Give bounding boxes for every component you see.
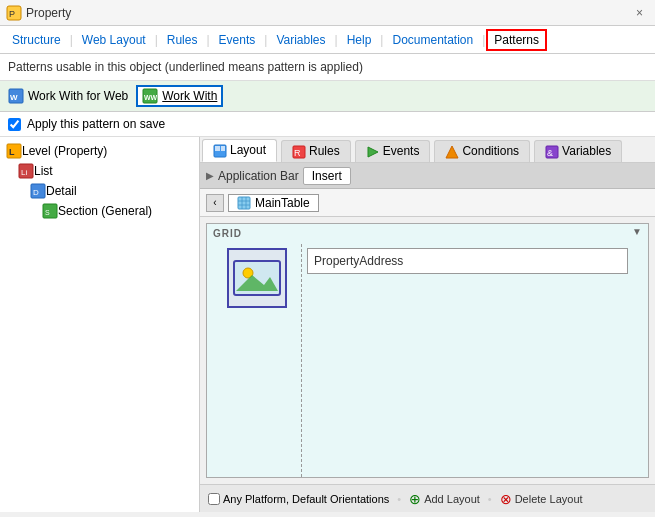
toolbar: ▶ Application Bar Insert xyxy=(200,163,655,189)
conditions-icon xyxy=(445,145,459,159)
list-icon: Li xyxy=(18,163,34,179)
subtab-variables[interactable]: & Variables xyxy=(534,140,622,162)
work-with-item[interactable]: WW Work With xyxy=(136,85,223,107)
svg-text:L: L xyxy=(9,147,15,157)
menu-tabs: Structure | Web Layout | Rules | Events … xyxy=(0,26,655,54)
tab-documentation[interactable]: Documentation xyxy=(384,29,481,51)
events-icon xyxy=(366,145,380,159)
property-icon: P xyxy=(6,5,22,21)
close-button[interactable]: × xyxy=(630,4,649,22)
svg-text:P: P xyxy=(9,9,15,19)
tree-item-level[interactable]: L Level (Property) xyxy=(0,141,199,161)
patterns-description: Patterns usable in this object (underlin… xyxy=(8,60,363,74)
bottom-bar: Any Platform, Default Orientations • ⊕ A… xyxy=(200,484,655,512)
tree-label-section: Section (General) xyxy=(58,204,152,218)
grid-column-divider xyxy=(301,244,302,477)
tab-web-layout[interactable]: Web Layout xyxy=(74,29,154,51)
work-for-web-item[interactable]: W Work With for Web xyxy=(8,88,128,104)
grid-dropdown-icon[interactable]: ▼ xyxy=(632,226,642,237)
toolbar-label: Application Bar xyxy=(218,169,299,183)
level-icon: L xyxy=(6,143,22,159)
svg-text:D: D xyxy=(33,188,39,197)
tab-patterns[interactable]: Patterns xyxy=(486,29,547,51)
checkbox-row: Apply this pattern on save xyxy=(0,112,655,137)
left-panel: L Level (Property) Li List D Detail S xyxy=(0,137,200,512)
grid-label: GRID xyxy=(213,228,242,239)
section-icon: S xyxy=(42,203,58,219)
property-address-field[interactable]: PropertyAddress xyxy=(307,248,628,274)
detail-icon: D xyxy=(30,183,46,199)
delete-layout-label: Delete Layout xyxy=(515,493,583,505)
image-placeholder xyxy=(227,248,287,308)
tab-structure[interactable]: Structure xyxy=(4,29,69,51)
apply-pattern-label: Apply this pattern on save xyxy=(27,117,165,131)
work-for-web-icon: W xyxy=(8,88,24,104)
add-layout-button[interactable]: ⊕ Add Layout xyxy=(409,491,480,507)
tree-label-level: Level (Property) xyxy=(22,144,107,158)
apply-pattern-checkbox[interactable] xyxy=(8,118,21,131)
delete-layout-icon: ⊗ xyxy=(500,491,512,507)
tree-item-section[interactable]: S Section (General) xyxy=(36,201,199,221)
platform-checkbox[interactable]: Any Platform, Default Orientations xyxy=(208,493,389,505)
tab-rules[interactable]: Rules xyxy=(159,29,206,51)
subtab-rules[interactable]: R Rules xyxy=(281,140,351,162)
insert-button[interactable]: Insert xyxy=(303,167,351,185)
main-table-tag[interactable]: MainTable xyxy=(228,194,319,212)
property-address-value: PropertyAddress xyxy=(314,254,403,268)
nav-back-button[interactable]: ‹ xyxy=(206,194,224,212)
pattern-row: W Work With for Web WW Work With xyxy=(0,81,655,112)
svg-marker-19 xyxy=(368,147,378,157)
tree-item-list[interactable]: Li List xyxy=(12,161,199,181)
svg-text:&: & xyxy=(547,148,553,158)
tab-help[interactable]: Help xyxy=(339,29,380,51)
rules-icon: R xyxy=(292,145,306,159)
tree-label-list: List xyxy=(34,164,53,178)
svg-rect-23 xyxy=(238,197,250,209)
main-table-label: MainTable xyxy=(255,196,310,210)
variables-icon: & xyxy=(545,145,559,159)
work-for-web-label: Work With for Web xyxy=(28,89,128,103)
main-content: L Level (Property) Li List D Detail S xyxy=(0,137,655,512)
sub-tabs: Layout R Rules Events Conditions xyxy=(200,137,655,163)
subtab-conditions[interactable]: Conditions xyxy=(434,140,530,162)
svg-text:R: R xyxy=(294,148,301,158)
tab-variables[interactable]: Variables xyxy=(268,29,333,51)
svg-text:WW: WW xyxy=(144,94,158,101)
svg-marker-20 xyxy=(446,146,458,158)
tab-events[interactable]: Events xyxy=(211,29,264,51)
tree-item-detail[interactable]: D Detail xyxy=(24,181,199,201)
add-layout-label: Add Layout xyxy=(424,493,480,505)
svg-text:Li: Li xyxy=(21,168,27,177)
nav-row: ‹ MainTable xyxy=(200,189,655,217)
subtab-layout[interactable]: Layout xyxy=(202,139,277,162)
svg-rect-15 xyxy=(215,146,220,151)
title-bar: P Property × xyxy=(0,0,655,26)
placeholder-svg xyxy=(232,253,282,303)
svg-text:S: S xyxy=(45,209,50,216)
svg-text:W: W xyxy=(10,93,18,102)
platform-check[interactable] xyxy=(208,493,220,505)
delete-layout-button[interactable]: ⊗ Delete Layout xyxy=(500,491,583,507)
grid-area: GRID ▼ PropertyAddress xyxy=(206,223,649,478)
layout-icon xyxy=(213,144,227,158)
work-with-label: Work With xyxy=(162,89,217,103)
add-layout-icon: ⊕ xyxy=(409,491,421,507)
right-panel: Layout R Rules Events Conditions xyxy=(200,137,655,512)
table-icon xyxy=(237,196,251,210)
window-title: Property xyxy=(26,6,630,20)
tree-label-detail: Detail xyxy=(46,184,77,198)
patterns-header: Patterns usable in this object (underlin… xyxy=(0,54,655,81)
work-with-icon: WW xyxy=(142,88,158,104)
subtab-events[interactable]: Events xyxy=(355,140,431,162)
svg-rect-16 xyxy=(221,146,225,151)
platform-label: Any Platform, Default Orientations xyxy=(223,493,389,505)
